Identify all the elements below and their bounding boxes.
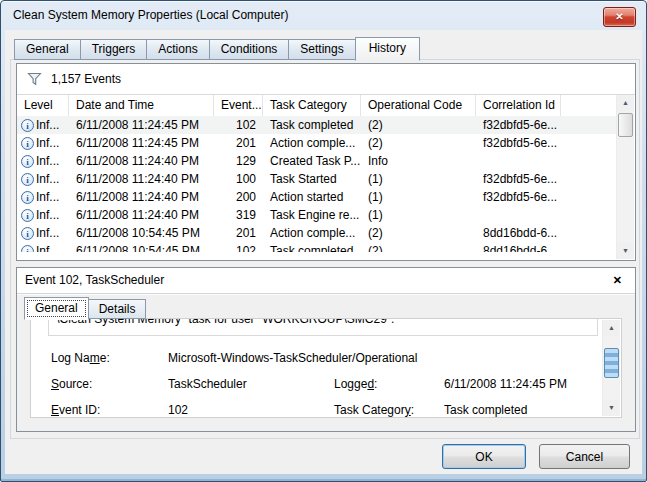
information-icon: i [21,245,34,253]
scroll-up-icon[interactable]: ▲ [617,95,634,111]
detail-tab-details[interactable]: Details [88,299,147,319]
task-category-value: Task completed [444,397,527,423]
events-list-header: Level Date and Time Event... Task Catego… [17,95,617,116]
event-category-cell: Action comple... [263,224,361,242]
event-id-cell: 319 [214,206,263,224]
information-icon: i [21,137,34,150]
event-id-cell: 201 [214,134,263,152]
column-header-event-id[interactable]: Event... [214,95,263,116]
event-level-cell: iInf... [17,188,69,206]
scroll-down-icon[interactable]: ▼ [617,243,634,259]
detail-tab-general[interactable]: General [24,297,89,320]
column-header-level[interactable]: Level [17,95,69,116]
tab-label: Settings [300,42,343,56]
event-row[interactable]: iInf... 6/11/2008 11:24:40 PM 100 Task S… [17,170,617,188]
detail-tab-label: General [35,301,78,315]
event-level-cell: iInf... [17,242,69,252]
event-row[interactable]: iInf... 6/11/2008 11:24:40 PM 200 Action… [17,188,617,206]
close-button[interactable]: ✕ [603,7,636,27]
column-header-task-category[interactable]: Task Category [263,95,361,116]
tab-history[interactable]: History [355,37,420,61]
event-opcode-cell: (1) [361,170,476,188]
information-icon: i [21,155,34,168]
window-title: Clean System Memory Properties (Local Co… [13,8,288,22]
event-correlation-cell: 8dd16bdd-6... [476,242,561,252]
source-label: Source: [51,371,92,397]
event-detail-header: Event 102, TaskScheduler ✕ [17,268,635,294]
event-id-cell: 200 [214,188,263,206]
detail-scrollbar[interactable]: ▲ ▼ [602,320,620,416]
event-row[interactable]: iInf... 6/11/2008 11:24:40 PM 319 Task E… [17,206,617,224]
event-level-text: Inf... [36,206,59,224]
events-rows: iInf... 6/11/2008 11:24:45 PM 102 Task c… [17,116,617,252]
column-header-operational-code[interactable]: Operational Code [361,95,476,116]
event-level-text: Inf... [36,224,59,242]
event-row[interactable]: iInf... 6/11/2008 10:54:45 PM 102 Task c… [17,242,617,252]
tab-conditions[interactable]: Conditions [209,39,290,60]
tab-triggers[interactable]: Triggers [80,39,148,60]
event-row[interactable]: iInf... 6/11/2008 11:24:45 PM 102 Task c… [17,116,617,134]
event-description-box[interactable]: "\Clean System Memory" task for user "WO… [48,319,598,336]
detail-scroll-down-icon[interactable]: ▼ [603,400,620,416]
event-category-cell: Task Engine re... [263,206,361,224]
event-level-text: Inf... [36,170,59,188]
events-count: 1,157 Events [51,64,121,94]
detail-scroll-up-icon[interactable]: ▲ [603,320,620,336]
event-level-text: Inf... [36,134,59,152]
dialog-window: Clean System Memory Properties (Local Co… [0,0,647,482]
detail-row-eventid-category: Event ID: 102 Task Category: Task comple… [51,397,591,423]
event-opcode-cell: Info [361,152,476,170]
close-icon: ✕ [604,9,635,25]
event-id-cell: 201 [214,224,263,242]
event-datetime-cell: 6/11/2008 11:24:40 PM [69,206,214,224]
event-datetime-cell: 6/11/2008 10:54:45 PM [69,224,214,242]
filter-funnel-icon [27,72,42,86]
event-level-cell: iInf... [17,206,69,224]
event-datetime-cell: 6/11/2008 11:24:45 PM [69,116,214,134]
event-detail-grid: Log Name: Microsoft-Windows-TaskSchedule… [51,345,591,423]
event-opcode-cell: (2) [361,116,476,134]
events-scrollbar[interactable]: ▲ ▼ [616,95,634,259]
log-name-value: Microsoft-Windows-TaskScheduler/Operatio… [168,345,417,371]
tab-label: General [26,42,69,56]
titlebar[interactable]: Clean System Memory Properties (Local Co… [1,1,646,30]
event-level-cell: iInf... [17,134,69,152]
event-row[interactable]: iInf... 6/11/2008 11:24:40 PM 129 Create… [17,152,617,170]
detail-row-log-name: Log Name: Microsoft-Windows-TaskSchedule… [51,345,591,371]
detail-tab-label: Details [99,302,136,316]
event-description-text: "\Clean System Memory" task for user "WO… [49,319,597,327]
events-scroll-thumb[interactable] [618,113,633,137]
event-detail-general-content: "\Clean System Memory" task for user "WO… [30,318,622,418]
event-correlation-cell [476,152,561,170]
column-header-correlation-id[interactable]: Correlation Id [476,95,561,116]
cancel-button[interactable]: Cancel [539,444,630,469]
event-level-text: Inf... [36,116,59,134]
dialog-client-area: General Triggers Actions Conditions Sett… [5,30,642,474]
event-row[interactable]: iInf... 6/11/2008 10:54:45 PM 201 Action… [17,224,617,242]
information-icon: i [21,191,34,204]
event-datetime-cell: 6/11/2008 11:24:45 PM [69,134,214,152]
tab-settings[interactable]: Settings [288,39,355,60]
event-id-value: 102 [168,397,188,423]
event-level-cell: iInf... [17,224,69,242]
detail-close-icon[interactable]: ✕ [613,268,622,293]
event-category-cell: Action started [263,188,361,206]
event-opcode-cell: (2) [361,224,476,242]
logged-value: 6/11/2008 11:24:45 PM [444,371,567,397]
event-row[interactable]: iInf... 6/11/2008 11:24:45 PM 201 Action… [17,134,617,152]
tab-label: Triggers [92,42,136,56]
detail-tab-strip: General Details [24,297,145,319]
event-correlation-cell [476,206,561,224]
ok-button[interactable]: OK [442,444,526,469]
tab-general[interactable]: General [14,39,81,60]
event-datetime-cell: 6/11/2008 10:54:45 PM [69,242,214,252]
tab-actions[interactable]: Actions [146,39,209,60]
event-id-cell: 129 [214,152,263,170]
event-correlation-cell: f32dbfd5-6e... [476,170,561,188]
detail-scroll-thumb[interactable] [604,348,619,378]
event-level-text: Inf... [36,188,59,206]
event-datetime-cell: 6/11/2008 11:24:40 PM [69,170,214,188]
event-id-cell: 102 [214,116,263,134]
information-icon: i [21,227,34,240]
column-header-date-and-time[interactable]: Date and Time [69,95,214,116]
